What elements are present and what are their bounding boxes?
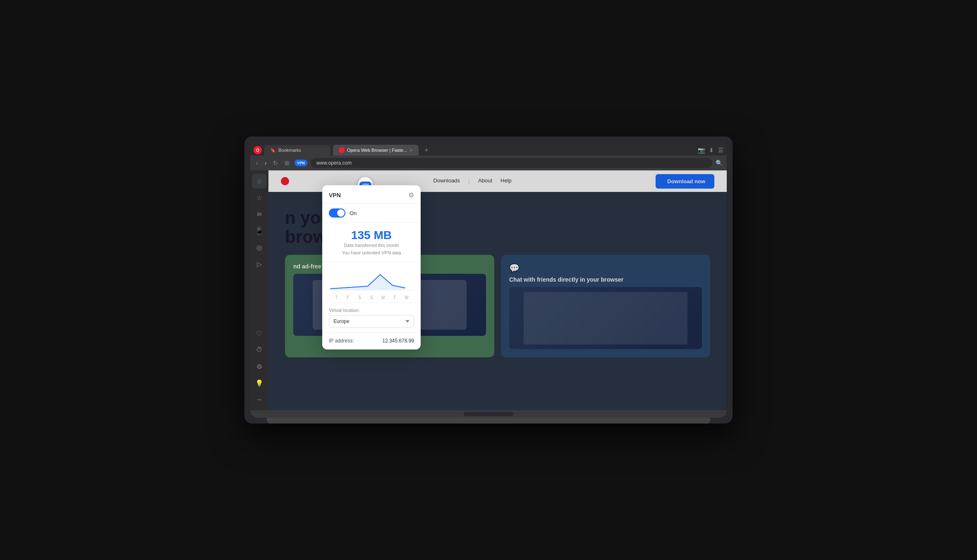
download-icon[interactable]: ⬇ [709, 147, 714, 153]
address-text: www.opera.com [316, 160, 352, 166]
vpn-data-label: Data transferred this month [329, 243, 414, 248]
sidebar-item-messenger[interactable]: ✉ [252, 207, 267, 222]
sidebar-item-whatsapp[interactable]: 📱 [252, 223, 267, 238]
vpn-chart-svg [329, 267, 414, 292]
sidebar: ⌂ ☆ ✉ 📱 ◎ ▷ ♡ ⏱ ⚙ 💡 ••• [250, 170, 268, 410]
hero-card-chat-title: Chat with friends directly in your brows… [509, 276, 702, 283]
laptop-bottom [250, 410, 727, 418]
search-icon[interactable]: 🔍 [716, 160, 723, 166]
nav-grid-button[interactable]: ⊞ [283, 159, 291, 167]
browser-chrome: O 🔖 Bookmarks Opera Web Browser | Faste.… [250, 142, 727, 170]
tab-opera-label: Opera Web Browser | Faste... [347, 148, 407, 153]
tab-close-icon[interactable]: ✕ [409, 148, 413, 153]
sidebar-item-tips[interactable]: 💡 [252, 376, 267, 390]
browser-nav-bar: ‹ › ↻ ⊞ VPN VPN www.opera.com 🔍 [250, 156, 727, 170]
sidebar-item-settings[interactable]: ⚙ [252, 359, 267, 374]
nav-link-about[interactable]: About [478, 177, 492, 185]
website-nav-links: Downloads | About Help [433, 177, 512, 185]
nav-link-help[interactable]: Help [500, 177, 512, 185]
tab-bookmarks[interactable]: 🔖 Bookmarks [264, 145, 330, 156]
toggle-knob [337, 209, 345, 217]
nav-link-downloads[interactable]: Downloads [433, 177, 460, 185]
vpn-location-select[interactable]: Europe Americas Asia [329, 315, 414, 328]
sidebar-item-home[interactable]: ⌂ [252, 174, 267, 189]
vpn-unlimited-label: You have unlimited VPN data [329, 250, 414, 255]
vpn-toggle-label: On [350, 210, 357, 216]
laptop-frame: O 🔖 Bookmarks Opera Web Browser | Faste.… [244, 136, 733, 424]
chart-label-w: W [401, 295, 412, 300]
vpn-popup-title: VPN [329, 192, 341, 199]
card-screenshot-chat-inner [509, 287, 702, 349]
vpn-badge[interactable]: VPN [295, 160, 307, 166]
vpn-location: Virtual location: Europe Americas Asia [322, 303, 421, 333]
sidebar-item-player[interactable]: ▷ [252, 256, 267, 271]
tab-opera-favicon [339, 147, 345, 153]
opera-nav-logo-icon [281, 177, 289, 185]
tab-bar: O 🔖 Bookmarks Opera Web Browser | Faste.… [250, 142, 727, 156]
nav-refresh-button[interactable]: ↻ [271, 159, 280, 167]
chart-label-s1: S [354, 295, 366, 300]
sidebar-item-history[interactable]: ⏱ [252, 342, 267, 357]
address-bar[interactable]: www.opera.com [311, 158, 712, 168]
laptop-notch [464, 412, 513, 416]
vpn-chart: T F S S M T W [322, 262, 421, 303]
camera-icon[interactable]: 📷 [698, 147, 705, 153]
laptop-screen: O 🔖 Bookmarks Opera Web Browser | Faste.… [250, 142, 727, 410]
vpn-ip-value: 12.345.678.99 [382, 338, 414, 344]
card-screenshot-chat [509, 287, 702, 349]
chart-label-t2: T [389, 295, 400, 300]
chart-label-f: F [342, 295, 354, 300]
nav-back-button[interactable]: ‹ [254, 159, 260, 167]
vpn-location-label: Virtual location: [329, 308, 414, 313]
menu-icon[interactable]: ☰ [718, 147, 723, 153]
hero-card-chat: 💬 Chat with friends directly in your bro… [501, 255, 710, 357]
sidebar-item-news[interactable]: ◎ [252, 240, 267, 255]
chat-card-icon: 💬 [509, 263, 702, 273]
vpn-data-amount: 135 MB [329, 230, 414, 241]
opera-logo-icon: O [254, 146, 262, 154]
chart-labels: T F S S M T W [329, 295, 414, 300]
vpn-popup-header: VPN ⚙ [322, 185, 421, 203]
laptop-base [267, 418, 710, 424]
vpn-popup: VPN ⚙ On 135 MB Data transferred this mo… [322, 185, 421, 349]
sidebar-item-favorites[interactable]: ♡ [252, 326, 267, 341]
chart-label-s2: S [366, 295, 377, 300]
chart-label-t1: T [330, 295, 342, 300]
nav-search: 🔍 [716, 160, 723, 166]
vpn-settings-icon[interactable]: ⚙ [408, 191, 414, 199]
chart-label-m: M [377, 295, 389, 300]
browser-body: ⌂ ☆ ✉ 📱 ◎ ▷ ♡ ⏱ ⚙ 💡 ••• Downloads [250, 170, 727, 410]
nav-forward-button[interactable]: › [263, 159, 268, 167]
vpn-data-section: 135 MB Data transferred this month You h… [322, 223, 421, 262]
vpn-ip-row: IP address: 12.345.678.99 [322, 333, 421, 349]
browser-nav-right: 📷 ⬇ ☰ [698, 147, 723, 153]
tab-opera[interactable]: Opera Web Browser | Faste... ✕ [333, 145, 419, 156]
tab-bookmarks-label: Bookmarks [278, 148, 301, 153]
sidebar-item-bookmarks[interactable]: ☆ [252, 190, 267, 205]
sidebar-more[interactable]: ••• [252, 392, 267, 407]
vpn-toggle-row: On [322, 203, 421, 223]
content-area: Downloads | About Help Download now n yo [268, 170, 727, 410]
vpn-ip-label: IP address: [329, 338, 354, 344]
download-now-button[interactable]: Download now [656, 174, 714, 189]
vpn-toggle[interactable] [329, 208, 345, 218]
bookmark-icon: 🔖 [270, 148, 276, 153]
tab-add-button[interactable]: + [421, 145, 431, 156]
